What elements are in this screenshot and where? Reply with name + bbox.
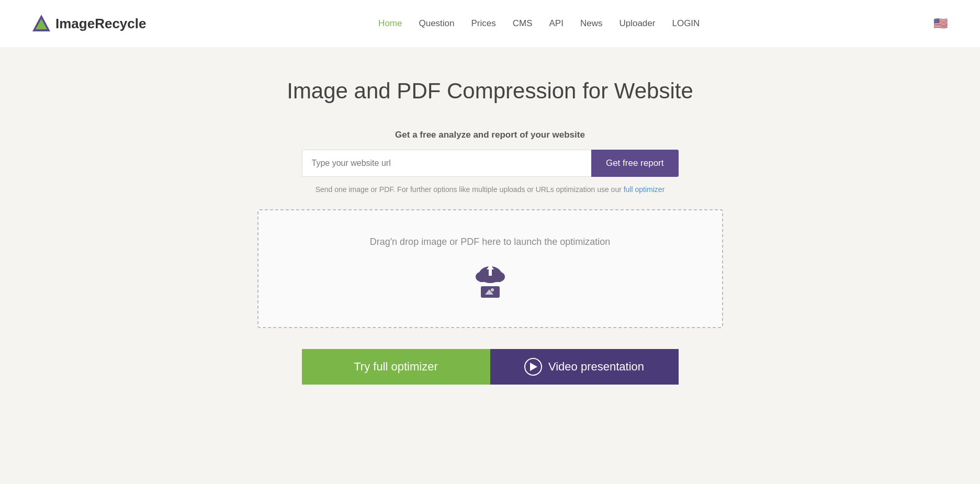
nav-login[interactable]: LOGIN <box>672 18 700 29</box>
content-wrapper: Image and PDF Compression for Website Ge… <box>255 78 726 385</box>
url-input-row: Get free report <box>302 150 679 177</box>
video-button-label: Video presentation <box>548 360 644 374</box>
nav-api[interactable]: API <box>549 18 564 29</box>
drop-zone[interactable]: Drag'n drop image or PDF here to launch … <box>257 209 723 328</box>
play-circle-icon <box>524 358 542 376</box>
nav-news[interactable]: News <box>580 18 603 29</box>
nav-prices[interactable]: Prices <box>471 18 496 29</box>
logo: ImageRecycle <box>31 14 146 33</box>
nav-uploader[interactable]: Uploader <box>619 18 655 29</box>
main-content: Image and PDF Compression for Website Ge… <box>0 47 980 484</box>
section-subtitle: Get a free analyze and report of your we… <box>395 130 585 140</box>
svg-rect-5 <box>480 275 501 282</box>
language-flag[interactable]: 🇺🇸 <box>932 15 949 32</box>
get-report-button[interactable]: Get free report <box>591 150 679 177</box>
svg-rect-6 <box>489 268 492 276</box>
nav-home[interactable]: Home <box>378 18 402 29</box>
page-title: Image and PDF Compression for Website <box>287 78 693 104</box>
svg-point-10 <box>491 288 494 291</box>
note-text: Send one image or PDF. For further optio… <box>316 185 665 194</box>
play-triangle-icon <box>530 363 537 371</box>
bottom-buttons: Try full optimizer Video presentation <box>302 349 679 385</box>
try-optimizer-button[interactable]: Try full optimizer <box>302 349 490 385</box>
nav-cms[interactable]: CMS <box>513 18 533 29</box>
drop-zone-text: Drag'n drop image or PDF here to launch … <box>370 237 611 247</box>
nav-question[interactable]: Question <box>419 18 454 29</box>
video-presentation-button[interactable]: Video presentation <box>490 349 679 385</box>
logo-icon <box>31 14 51 33</box>
site-header: ImageRecycle Home Question Prices CMS AP… <box>0 0 980 47</box>
main-nav: Home Question Prices CMS API News Upload… <box>378 18 700 29</box>
logo-text: ImageRecycle <box>55 16 146 32</box>
full-optimizer-link[interactable]: full optimizer <box>624 185 665 194</box>
upload-icon <box>469 259 511 301</box>
url-input[interactable] <box>302 150 591 177</box>
